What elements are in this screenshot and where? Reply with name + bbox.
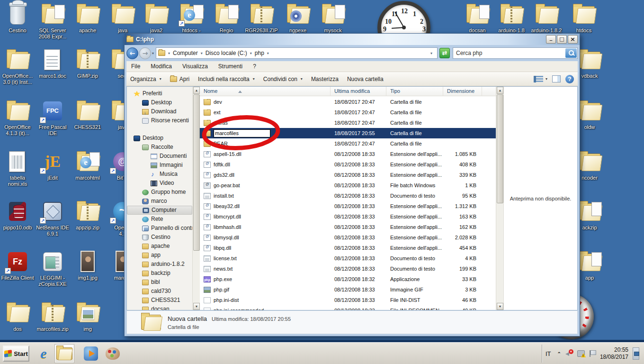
taskbar-explorer-active[interactable] [55, 345, 74, 363]
sidebar-item-docsan[interactable]: docsan [127, 305, 192, 310]
file-row[interactable]: extras18/08/2017 20:47Cartella di file [200, 118, 496, 128]
sidebar-item-apache[interactable]: apache [127, 242, 192, 251]
desktop-icon-sqlserver[interactable]: SQL Server 2008 Expr... [35, 2, 70, 40]
sidebar-item-desktop-root[interactable]: Desktop [127, 134, 192, 143]
desktop-icon-openoffice413[interactable]: OpenOffice 4.1.3 (it)... [0, 99, 35, 136]
tray-clock[interactable]: 20:55 18/08/2017 [600, 346, 628, 361]
sidebar-item-arduino-182[interactable]: arduino-1.8.2 [127, 260, 192, 269]
close-button[interactable] [568, 35, 578, 44]
back-button[interactable]: ← [126, 47, 138, 59]
desktop-icon-marcohtml[interactable]: marcohtml [70, 149, 105, 181]
desktop-icon-marcofiles-zip[interactable]: marcofiles.zip [35, 300, 70, 332]
language-indicator[interactable]: IT [546, 350, 551, 357]
menu-strumenti[interactable]: Strumenti [218, 63, 242, 70]
desktop-icon-mysock[interactable]: mysock [315, 2, 350, 34]
change-view-button[interactable]: ▾ [534, 76, 547, 82]
file-row[interactable]: license.txt08/12/2008 18:33Documento di … [200, 253, 496, 264]
preview-pane-toggle[interactable] [552, 75, 561, 82]
sidebar-item-desktop[interactable]: Desktop [127, 98, 192, 107]
scroll-down-icon[interactable]: ▼ [193, 303, 200, 310]
desktop-icon-htdocs[interactable]: htdocs [566, 2, 601, 34]
search-icon[interactable] [565, 48, 577, 58]
action-center-flag-icon[interactable] [589, 350, 596, 357]
file-row[interactable]: PEAR18/08/2017 20:47Cartella di file [200, 138, 496, 149]
maximize-button[interactable] [557, 35, 567, 44]
breadcrumb-dropdown-icon[interactable]: ▾ [430, 51, 432, 55]
sidebar-item-pannello-controllo[interactable]: Pannello di controllo [127, 224, 192, 233]
search-box[interactable] [453, 47, 578, 59]
desktop-icon-regio[interactable]: Regio [209, 2, 244, 34]
sidebar-item-gruppo-home[interactable]: Gruppo home [127, 188, 192, 197]
scrollbar-thumb[interactable] [193, 94, 200, 251]
sidebar-item-musica[interactable]: Musica [127, 170, 192, 179]
search-input[interactable] [453, 48, 577, 58]
menu-modifica[interactable]: Modifica [151, 63, 172, 70]
sidebar-item-bibl[interactable]: bibl [127, 278, 192, 287]
column-header-nome[interactable]: Nome [200, 87, 331, 96]
desktop-icon-ngpexe[interactable]: ngpexe [280, 2, 315, 34]
desktop-icon-appzip[interactable]: appzip.zip [70, 199, 105, 231]
file-row[interactable]: libmhash.dll08/12/2008 18:33Estensione d… [200, 222, 496, 232]
desktop-icon-netbeans[interactable]: NetBeans IDE 6.9.1 [35, 199, 70, 237]
column-header-dimensione[interactable]: Dimensione [443, 87, 482, 96]
desktop-icon-leggimi[interactable]: LEGGIMI - zCopia.EXE [35, 249, 70, 287]
file-list-scrollbar[interactable]: ▲ ▼ [496, 87, 503, 310]
scroll-up-icon[interactable]: ▲ [497, 87, 503, 94]
taskbar-internet-explorer[interactable]: e [34, 345, 53, 363]
desktop-icon-pippo10-odb[interactable]: pippo10.odb [0, 199, 35, 231]
sidebar-item-app[interactable]: app [127, 251, 192, 260]
desktop-icon-arduino-182[interactable]: arduino-1.8.2 [529, 2, 564, 34]
taskbar-media-player[interactable] [81, 345, 100, 363]
file-row[interactable]: gds32.dll08/12/2008 18:33Estensione dell… [200, 170, 496, 180]
file-row[interactable]: php.ini-dist08/12/2008 18:33File INI-DIS… [200, 295, 496, 305]
organizza-button[interactable]: Organizza▾ [130, 76, 161, 82]
apri-button[interactable]: Apri [170, 76, 189, 82]
file-row[interactable]: fdftk.dll08/12/2008 18:33Estensione dell… [200, 159, 496, 170]
desktop-icon-dos[interactable]: dos [0, 300, 35, 332]
desktop-icon-rgr263ii-zip[interactable]: RGR263II.ZIP [244, 2, 279, 34]
desktop-icon-jedit[interactable]: jEdit [35, 149, 70, 181]
forward-button[interactable]: → [139, 47, 151, 59]
sidebar-item-video[interactable]: Video [127, 179, 192, 188]
file-row[interactable]: aspell-15.dll08/12/2008 18:33Estensione … [200, 149, 496, 159]
desktop-icon-apache[interactable]: apache [70, 2, 105, 34]
sidebar-item-chess321[interactable]: CHESS321 [127, 296, 192, 305]
breadcrumb-php[interactable]: php [255, 50, 264, 56]
tray-expand-icon[interactable]: ⌃ [557, 351, 561, 356]
sidebar-scrollbar[interactable]: ▲ ▼ [192, 87, 200, 310]
sidebar-item-backzip[interactable]: backzip [127, 269, 192, 278]
file-row[interactable]: libpq.dll08/12/2008 18:33Estensione dell… [200, 243, 496, 253]
file-row[interactable]: install.txt08/12/2008 18:33Documento di … [200, 191, 496, 201]
breadcrumb-disco-locale[interactable]: Disco locale (C:) [206, 50, 247, 56]
sidebar-item-immagini[interactable]: Immagini [127, 161, 192, 170]
includi-raccolta-button[interactable]: Includi nella raccolta▾ [198, 76, 255, 82]
sidebar-item-rete[interactable]: Rete [127, 215, 192, 224]
sidebar-item-documenti[interactable]: Documenti [127, 152, 192, 161]
desktop-icon-img[interactable]: img [70, 300, 105, 332]
menu-help[interactable]: ? [253, 63, 256, 70]
scrollbar-thumb[interactable] [497, 94, 503, 203]
volume-muted-icon[interactable] [565, 350, 573, 357]
desktop-icon-chess321[interactable]: CHESS321 [70, 99, 105, 130]
desktop-icon-java[interactable]: java [105, 2, 140, 34]
desktop-icon-tabella-xls[interactable]: tabella nomi.xls [0, 149, 35, 187]
sidebar-item-preferiti[interactable]: Preferiti [127, 89, 192, 98]
file-row[interactable]: ext18/08/2017 20:47Cartella di file [200, 107, 496, 118]
sidebar-item-marco[interactable]: marco [127, 197, 192, 206]
file-row[interactable]: news.txt08/12/2008 18:33Documento di tes… [200, 264, 496, 274]
help-icon[interactable] [565, 75, 574, 83]
file-row[interactable]: libmcrypt.dll08/12/2008 18:33Estensione … [200, 211, 496, 222]
scroll-up-icon[interactable]: ▲ [193, 87, 200, 94]
sidebar-item-raccolte[interactable]: Raccolte [127, 143, 192, 152]
desktop-icon-docsan[interactable]: docsan [460, 2, 495, 34]
file-row[interactable]: php.gif08/12/2008 18:33Immagine GIF3 KB [200, 284, 496, 295]
desktop-icon-marco1-doc[interactable]: marco1.doc [35, 47, 70, 79]
file-row[interactable]: php.exe08/12/2008 18:32Applicazione33 KB [200, 274, 496, 284]
file-row[interactable]: libeay32.dll08/12/2008 18:33Estensione d… [200, 201, 496, 211]
file-row[interactable]: go-pear.bat08/12/2008 18:33File batch Wi… [200, 180, 496, 191]
rename-input[interactable] [214, 129, 270, 137]
masterizza-button[interactable]: Masterizza [311, 76, 339, 82]
sidebar-item-cald730[interactable]: cald730 [127, 287, 192, 296]
desktop-icon-arduino-18[interactable]: arduino-1.8 [494, 2, 529, 34]
file-row[interactable]: libmysql.dll08/12/2008 18:33Estensione d… [200, 232, 496, 243]
